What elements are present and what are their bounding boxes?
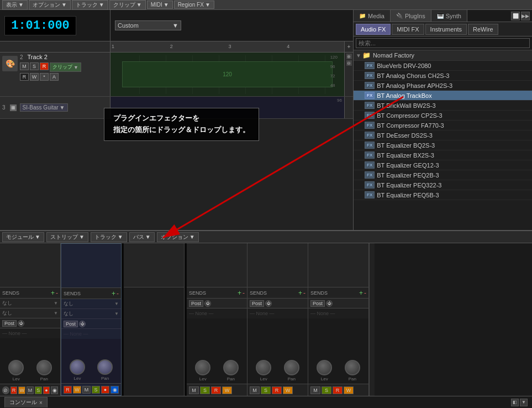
lev-knob-6[interactable] — [317, 360, 332, 375]
plugin-item-13[interactable]: FX BT Equalizer PEQ5B-3 — [354, 190, 532, 200]
tab-media[interactable]: 📁 Media — [354, 10, 391, 22]
post-btn[interactable]: Post — [2, 320, 17, 327]
plugin-item-5[interactable]: FX BT Compressor CP2S-3 — [354, 111, 532, 121]
plugin-item-4[interactable]: FX BT BrickWall BW2S-3 — [354, 101, 532, 111]
power-btn-6[interactable]: ⏻ — [326, 300, 333, 307]
r-btn-2[interactable]: R — [20, 73, 29, 81]
custom-dropdown[interactable]: Custom ▼ — [115, 20, 181, 30]
post-btn-5[interactable]: Post — [250, 300, 264, 307]
record-btn[interactable]: R — [40, 62, 49, 70]
browser-options-btn[interactable]: ⬜ — [511, 12, 520, 20]
rec-btn-1[interactable]: R — [10, 386, 18, 394]
write-btn-5[interactable]: W — [283, 386, 293, 394]
subtab-midi-fx[interactable]: MIDI FX — [392, 24, 424, 35]
strip-menu[interactable]: ストリップ ▼ — [46, 232, 88, 242]
pan-knob-4[interactable] — [223, 360, 239, 375]
status-icon-1[interactable]: ◧ — [511, 399, 519, 406]
subtab-audio-fx[interactable]: Audio FX — [356, 24, 391, 35]
solo-btn-1[interactable]: S — [35, 386, 42, 394]
post-btn-2[interactable]: Post — [64, 321, 78, 327]
strip-4-sends-add[interactable]: + — [238, 289, 241, 297]
clip-btn[interactable]: クリップ ▼ — [50, 62, 81, 72]
rec-btn-2[interactable]: R — [64, 386, 72, 394]
strip-2-dropdown-1[interactable]: なし ▼ — [61, 299, 121, 309]
rec-btn-4[interactable]: R — [211, 386, 221, 394]
solo-btn-6[interactable]: S — [322, 386, 331, 394]
write-btn-4[interactable]: W — [222, 386, 232, 394]
power-btn[interactable]: ⏻ — [18, 320, 24, 327]
post-btn-4[interactable]: Post — [189, 300, 203, 307]
power-btn-5[interactable]: ⏻ — [265, 300, 272, 307]
pan-knob-1[interactable] — [36, 360, 52, 375]
plugin-folder-nomad[interactable]: ▼ 📁 Nomad Factory — [354, 50, 532, 61]
post-btn-6[interactable]: Post — [310, 300, 325, 307]
power-btn-4[interactable]: ⏻ — [204, 300, 211, 307]
plugin-item-12[interactable]: FX BT Equalizer PEQ322-3 — [354, 180, 532, 190]
lev-knob-1[interactable] — [8, 360, 24, 375]
plugin-item-3[interactable]: FX BT Analog TrackBox — [354, 91, 532, 101]
ruler-expand[interactable]: + — [344, 41, 353, 52]
solo-btn-4[interactable]: S — [200, 386, 210, 394]
plugin-item-6[interactable]: FX BT Compressor FA770-3 — [354, 121, 532, 130]
strip-4-sends-remove[interactable]: - — [243, 289, 245, 297]
options-menu[interactable]: オプション ▼ — [29, 0, 71, 10]
strip-2-sends-remove[interactable]: - — [117, 290, 119, 297]
subtab-instruments[interactable]: Instruments — [425, 24, 467, 35]
phase-btn-1[interactable]: ⊘ — [2, 386, 9, 394]
mixer-scrollbar[interactable] — [369, 243, 375, 396]
plugin-item-2[interactable]: FX BT Analog Phaser APH2S-3 — [354, 81, 532, 91]
plugin-item-1[interactable]: FX BT Analog Chorus CH2S-3 — [354, 71, 532, 81]
module-menu[interactable]: モジュール ▼ — [2, 232, 44, 242]
pan-knob-5[interactable] — [284, 360, 299, 375]
plugin-item-7[interactable]: FX BT DeEsser DS2S-3 — [354, 130, 532, 140]
strip-2-sends-add[interactable]: + — [112, 290, 115, 297]
browser-close-btn[interactable]: ▶▶ — [521, 12, 530, 20]
rec-btn-6[interactable]: R — [333, 386, 343, 394]
write-btn-6[interactable]: W — [344, 386, 354, 394]
blue-btn-2[interactable]: ◉ — [110, 386, 119, 394]
search-input[interactable] — [356, 38, 530, 48]
console-tab[interactable]: コンソール × — [4, 397, 48, 407]
options-menu-bottom[interactable]: オプション ▼ — [157, 232, 199, 242]
strip-2-dropdown-2[interactable]: なし ▼ — [61, 309, 121, 319]
arm-btn-1[interactable]: ● — [43, 386, 50, 394]
mute-btn-5[interactable]: M — [250, 386, 260, 394]
solo-btn-2[interactable]: S — [92, 386, 100, 394]
tab-synth[interactable]: 🎹 Synth — [431, 10, 467, 22]
region-fx-menu[interactable]: Region FX ▼ — [174, 1, 214, 9]
track-2-zoom-icon[interactable]: ⊕ — [346, 54, 352, 59]
mute-btn[interactable]: M — [20, 62, 29, 70]
strip-6-sends-add[interactable]: + — [359, 289, 363, 297]
view-menu[interactable]: 表示 ▼ — [2, 0, 28, 10]
star-btn[interactable]: * — [40, 73, 49, 81]
rec-btn-5[interactable]: R — [272, 386, 282, 394]
bus-menu[interactable]: バス ▼ — [129, 232, 155, 242]
power-btn-2[interactable]: ⏻ — [79, 321, 86, 327]
console-close-btn[interactable]: × — [39, 400, 43, 406]
mute-btn-4[interactable]: M — [189, 386, 199, 394]
tab-plugins[interactable]: 🔌 PlugIns — [391, 10, 431, 22]
lev-knob-2[interactable] — [70, 359, 85, 375]
plugin-item-10[interactable]: FX BT Equalizer GEQ12-3 — [354, 160, 532, 170]
subtab-rewire[interactable]: ReWire — [468, 24, 498, 35]
a-btn[interactable]: A — [50, 73, 59, 81]
w-btn[interactable]: W — [30, 73, 39, 81]
extra-btn-1[interactable]: ◉ — [51, 386, 58, 394]
midi-menu[interactable]: MIDI ▼ — [147, 1, 173, 9]
plugin-item-0[interactable]: FX BlueVerb DRV-2080 — [354, 61, 532, 71]
track-menu[interactable]: トラック ▼ — [72, 0, 108, 10]
mute-btn-6[interactable]: M — [310, 386, 320, 394]
mute-btn-2[interactable]: M — [82, 386, 91, 394]
lev-knob-5[interactable] — [256, 360, 271, 375]
pan-knob-2[interactable] — [97, 359, 113, 375]
strip-1-dropdown-1[interactable]: なし ▼ — [0, 299, 60, 308]
clip-menu[interactable]: クリップ ▼ — [109, 0, 146, 10]
status-icon-2[interactable]: ▼ — [520, 399, 528, 406]
track-3-instrument[interactable]: SI-Bass Guitar ▼ — [20, 103, 68, 112]
plugin-item-9[interactable]: FX BT Equalizer BX2S-3 — [354, 150, 532, 160]
solo-btn[interactable]: S — [30, 62, 39, 70]
solo-btn-5[interactable]: S — [261, 386, 271, 394]
track-palette-icon[interactable]: 🎨 — [2, 56, 18, 71]
arm-btn-2[interactable]: ● — [101, 386, 109, 394]
mute-btn-1[interactable]: M — [27, 386, 34, 394]
